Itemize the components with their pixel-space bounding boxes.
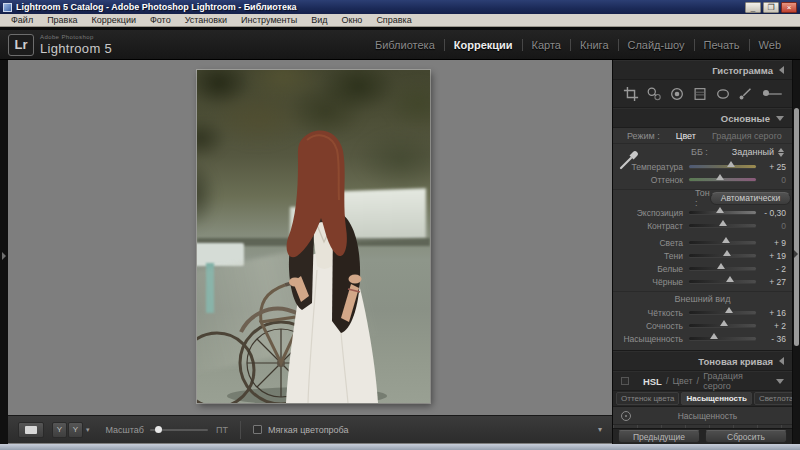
- slider-thumb[interactable]: [726, 276, 734, 282]
- slider-track[interactable]: [689, 324, 756, 327]
- panel-scrollbar-thumb[interactable]: [794, 108, 799, 346]
- treatment-bw-option[interactable]: Градация серого: [712, 131, 782, 141]
- slider-thumb[interactable]: [723, 250, 731, 256]
- loupe-view-button[interactable]: [18, 422, 44, 438]
- slider-value: + 27: [756, 277, 786, 287]
- treatment-color-option[interactable]: Цвет: [676, 131, 696, 141]
- auto-tone-button[interactable]: Автоматически: [710, 192, 791, 205]
- close-button[interactable]: ×: [781, 2, 797, 13]
- slider-thumb[interactable]: [727, 161, 735, 167]
- zoom-slider-thumb[interactable]: [155, 426, 162, 433]
- hsl-tab[interactable]: Оттенок цвета: [616, 392, 679, 405]
- hsl-color-label[interactable]: Цвет: [672, 376, 692, 386]
- slider-label: Сочность: [617, 321, 689, 331]
- toolbar-divider: [240, 421, 241, 439]
- slider-thumb[interactable]: [716, 174, 724, 180]
- slider-value: 0: [756, 175, 786, 185]
- tone-curve-header-label: Тоновая кривая: [698, 356, 773, 367]
- radial-filter-icon[interactable]: [715, 84, 731, 104]
- slider-track[interactable]: [689, 211, 756, 214]
- collapse-left-icon: [779, 66, 784, 74]
- before-view-button[interactable]: Y: [52, 422, 67, 438]
- slider-thumb[interactable]: [720, 320, 728, 326]
- hsl-panel-header[interactable]: HSL / Цвет / Градация серого: [613, 371, 792, 391]
- slider-thumb[interactable]: [717, 263, 725, 269]
- module-tab[interactable]: Слайд-шоу: [619, 39, 694, 51]
- slider-track[interactable]: [689, 254, 756, 257]
- module-tab[interactable]: Карта: [523, 39, 570, 51]
- slider-track[interactable]: [689, 165, 756, 168]
- slider-value: + 19: [756, 251, 786, 261]
- after-view-button[interactable]: Y: [68, 422, 83, 438]
- adjustment-brush-icon[interactable]: [738, 84, 754, 104]
- zoom-fit-label[interactable]: ПТ: [216, 425, 228, 435]
- menu-item[interactable]: Установки: [178, 15, 234, 25]
- wb-preset-dropdown[interactable]: Заданный: [732, 147, 784, 157]
- slider-thumb[interactable]: [716, 207, 724, 213]
- zoom-control: Масштаб ПТ: [106, 425, 228, 435]
- basic-panel-header[interactable]: Основные: [613, 108, 792, 128]
- crop-tool-icon[interactable]: [623, 84, 639, 104]
- view-mode-dropdown-icon[interactable]: ▾: [86, 426, 90, 434]
- menu-item[interactable]: Справка: [369, 15, 418, 25]
- slider-track[interactable]: [689, 337, 756, 340]
- white-balance-block: ББ : Заданный Температура+ 25Оттенок0: [613, 144, 792, 190]
- module-tab[interactable]: Печать: [695, 39, 749, 51]
- hsl-tab[interactable]: Светлота: [754, 392, 792, 405]
- hsl-label[interactable]: HSL: [643, 376, 662, 387]
- slider-thumb[interactable]: [710, 333, 718, 339]
- red-eye-icon[interactable]: [669, 84, 685, 104]
- panel-footer: Предыдущие Сбросить: [613, 428, 792, 444]
- left-panel-collapsed[interactable]: [0, 60, 8, 444]
- hsl-tab[interactable]: Насыщенность: [681, 392, 751, 405]
- menu-item[interactable]: Вид: [304, 15, 334, 25]
- slider-track[interactable]: [689, 280, 756, 283]
- soft-proof-checkbox[interactable]: [253, 425, 262, 434]
- reset-button[interactable]: Сбросить: [705, 430, 787, 443]
- toolbar: Y Y ▾ Масштаб ПТ Мягкая цветопроба ▾: [8, 415, 612, 443]
- collapse-right-panel-icon[interactable]: [794, 250, 798, 258]
- slider-thumb[interactable]: [722, 237, 730, 243]
- slider-thumb[interactable]: [725, 307, 733, 313]
- module-picker: БиблиотекаКоррекцииКартаКнигаСлайд-шоуПе…: [366, 30, 790, 59]
- toolbar-options-dropdown-icon[interactable]: ▾: [598, 425, 602, 434]
- menu-item[interactable]: Инструменты: [234, 15, 304, 25]
- slider-track[interactable]: [689, 178, 756, 181]
- previous-button[interactable]: Предыдущие: [618, 430, 700, 443]
- panel-scrollbar[interactable]: [793, 60, 800, 444]
- menu-item[interactable]: Окно: [334, 15, 369, 25]
- brush-amount-slider[interactable]: [763, 93, 782, 95]
- hsl-bw-label[interactable]: Градация серого: [703, 371, 772, 391]
- slider-track[interactable]: [689, 224, 756, 227]
- tone-curve-panel-header[interactable]: Тоновая кривая: [613, 351, 792, 371]
- slider-label: Чёткость: [617, 308, 689, 318]
- module-tab[interactable]: Коррекции: [445, 39, 522, 51]
- brush-amount-thumb[interactable]: [763, 90, 769, 96]
- expand-left-panel-icon[interactable]: [2, 252, 6, 260]
- slider-track[interactable]: [689, 311, 756, 314]
- slider-track[interactable]: [689, 267, 756, 270]
- hsl-separator: /: [666, 376, 669, 386]
- menu-item[interactable]: Фото: [143, 15, 178, 25]
- slider-label: Оттенок: [617, 175, 689, 185]
- white-balance-eyedropper-icon[interactable]: [619, 148, 641, 174]
- spot-removal-icon[interactable]: [646, 84, 662, 104]
- slider-thumb[interactable]: [719, 220, 727, 226]
- histogram-panel-header[interactable]: Гистограмма: [613, 60, 792, 80]
- hsl-panel-toggle[interactable]: [621, 377, 629, 385]
- menu-item[interactable]: Правка: [40, 15, 84, 25]
- slider-row-wb-sliders: Оттенок0: [613, 173, 792, 186]
- module-tab[interactable]: Книга: [571, 39, 618, 51]
- zoom-slider[interactable]: [150, 429, 208, 431]
- slider-value: + 2: [756, 321, 786, 331]
- targeted-adjustment-icon[interactable]: [621, 411, 631, 421]
- minimize-button[interactable]: _: [745, 2, 761, 13]
- menu-item[interactable]: Коррекции: [85, 15, 143, 25]
- graduated-filter-icon[interactable]: [692, 84, 708, 104]
- slider-track[interactable]: [689, 241, 756, 244]
- module-tab[interactable]: Web: [750, 39, 790, 51]
- maximize-button[interactable]: ❐: [763, 2, 779, 13]
- module-tab[interactable]: Библиотека: [366, 39, 444, 51]
- menu-item[interactable]: Файл: [4, 15, 40, 25]
- photo-woman-with-bicycle[interactable]: [197, 70, 430, 403]
